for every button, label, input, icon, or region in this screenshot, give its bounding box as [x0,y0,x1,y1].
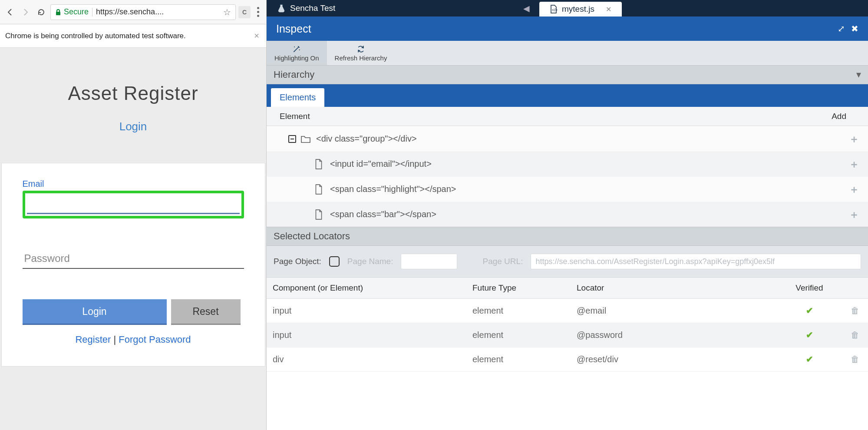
email-input[interactable] [27,195,240,214]
element-tree: <div class="group"></div>＋<input id="ema… [267,126,868,227]
check-icon: ✔ [806,330,813,340]
svg-rect-0 [56,12,60,15]
cell-verified: ✔ [777,347,842,371]
refresh-icon [356,45,366,53]
email-highlight [23,191,244,218]
reset-button[interactable]: Reset [171,299,241,324]
tree-node-label: <input id="email"></input> [330,159,432,169]
page-object-row: Page Object: Page Name: Page URL: [267,246,868,278]
email-label: Email [23,179,244,189]
back-button[interactable] [3,6,17,19]
sub-tab-bar: Elements [267,84,868,107]
check-icon: ✔ [806,354,813,364]
table-row[interactable]: inputelement@email✔🗑 [267,298,868,323]
hierarchy-header[interactable]: Hierarchy ▾ [267,65,868,84]
cell-component: div [267,347,466,371]
login-button[interactable]: Login [23,299,167,324]
cell-component: input [267,323,466,347]
password-input[interactable]: Password [23,249,244,269]
cell-future: element [466,323,571,347]
tree-row[interactable]: <span class="highlight"></span>＋ [267,176,868,202]
tree-row[interactable]: <div class="group"></div>＋ [267,126,868,151]
cell-locator: @password [571,323,777,347]
cell-locator: @reset/div [571,347,777,371]
file-icon [314,209,323,220]
trash-icon: 🗑 [851,330,859,340]
page-object-label: Page Object: [274,257,321,266]
ide-tab-bar: Sencha Test ◀ </> mytest.js ✕ [267,0,868,17]
tab-app-label: Sencha Test [290,3,335,13]
divider [92,8,92,17]
tab-sencha-test[interactable]: Sencha Test ◀ [267,0,536,17]
table-row[interactable]: divelement@reset/div✔🗑 [267,347,868,371]
locator-table: Component (or Element)Future TypeLocator… [267,278,868,372]
forward-button[interactable] [19,6,32,19]
collapse-icon[interactable] [288,135,296,143]
page-object-checkbox[interactable] [329,256,340,267]
profile-icon[interactable]: C [238,6,251,18]
ide-panel: Sencha Test ◀ </> mytest.js ✕ Inspect ⤢ … [267,0,868,430]
expand-icon[interactable]: ⤢ [838,23,845,34]
col-header: Verified [777,278,842,298]
tab-file[interactable]: </> mytest.js ✕ [539,2,622,17]
add-icon[interactable]: ＋ [849,157,859,171]
add-icon[interactable]: ＋ [849,208,859,222]
col-header: Component (or Element) [267,278,466,298]
reload-button[interactable] [35,6,48,19]
add-icon[interactable]: ＋ [849,182,859,196]
browser-panel: Secure https://se.sencha.... ☆ C Chrome … [0,0,267,430]
cell-delete[interactable]: 🗑 [842,298,868,323]
cell-future: element [466,347,571,371]
inspect-toolbar: Highlighting On Refresh Hierarchy [267,41,868,65]
cell-verified: ✔ [777,298,842,323]
tab-elements[interactable]: Elements [271,88,324,107]
add-icon[interactable]: ＋ [849,132,859,146]
refresh-label: Refresh Hierarchy [335,54,387,62]
svg-point-3 [299,49,300,50]
tree-row[interactable]: <span class="bar"></span>＋ [267,202,868,227]
forgot-link[interactable]: Forgot Password [119,334,191,345]
highlighting-button[interactable]: Highlighting On [267,41,327,65]
page-title: Asset Register [68,83,198,104]
flask-icon [277,3,286,13]
close-panel-icon[interactable]: ✖ [851,23,858,34]
banner-text: Chrome is being controlled by automated … [5,32,186,40]
page-name-label: Page Name: [347,257,393,266]
url-bar[interactable]: Secure https://se.sencha.... ☆ [50,4,236,20]
hierarchy-label: Hierarchy [274,69,314,80]
selected-locators-label: Selected Locators [274,231,350,242]
cell-delete[interactable]: 🗑 [842,323,868,347]
cell-locator: @email [571,298,777,323]
tree-row[interactable]: <input id="email"></input>＋ [267,151,868,176]
banner-close-icon[interactable]: × [254,31,259,41]
page-name-input[interactable] [401,254,457,269]
register-link[interactable]: Register [75,334,111,345]
add-col-label: Add [832,112,861,121]
trash-icon: 🗑 [851,306,859,315]
cell-future: element [466,298,571,323]
inspect-title: Inspect [276,23,311,35]
file-icon [314,184,323,195]
col-header [842,278,868,298]
tree-header: Element Add [267,107,868,126]
kebab-menu-icon[interactable] [253,6,263,19]
page-subtitle: Login [119,120,147,133]
cell-component: input [267,298,466,323]
cell-delete[interactable]: 🗑 [842,347,868,371]
tree-node-label: <div class="group"></div> [316,134,417,144]
refresh-button[interactable]: Refresh Hierarchy [327,41,395,65]
svg-text:</>: </> [552,8,558,12]
star-icon[interactable]: ☆ [223,7,231,17]
tree-node-label: <span class="bar"></span> [330,209,436,219]
highlighting-label: Highlighting On [274,54,319,62]
page-url-input[interactable] [531,254,861,269]
selected-locators-header[interactable]: Selected Locators [267,227,868,246]
tab-file-label: mytest.js [562,4,594,14]
close-icon[interactable]: ✕ [606,5,611,13]
table-row[interactable]: inputelement@password✔🗑 [267,323,868,347]
trash-icon: 🗑 [851,354,859,364]
col-header: Locator [571,278,777,298]
file-icon: </> [550,5,558,13]
wand-icon [292,45,301,53]
folder-icon [300,135,311,143]
